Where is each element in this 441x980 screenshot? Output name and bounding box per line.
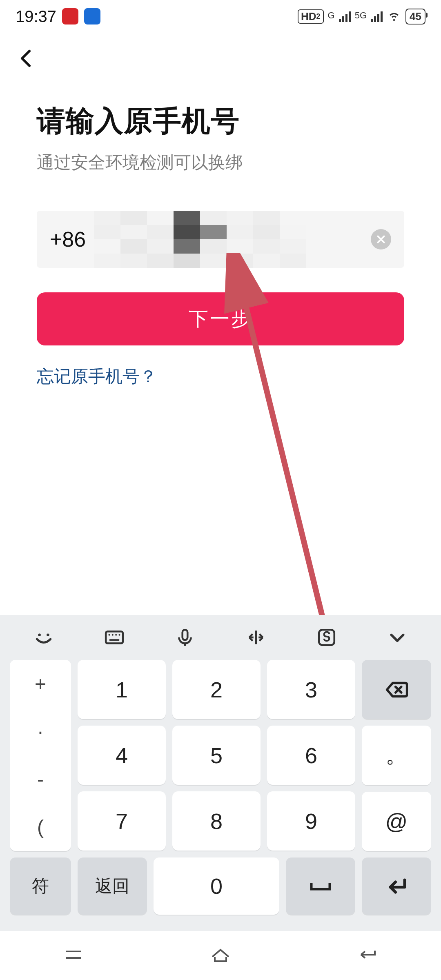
backspace-icon — [385, 678, 408, 701]
cursor-icon — [246, 627, 266, 648]
redacted-phone-pixelation — [94, 211, 306, 268]
enter-icon — [384, 874, 409, 898]
nav-bar — [0, 33, 441, 86]
battery-icon: 45 — [405, 9, 425, 24]
system-nav-bar — [0, 931, 441, 980]
key-6[interactable]: 6 — [267, 726, 355, 785]
svg-rect-10 — [183, 630, 188, 640]
network-g-label: G — [328, 10, 335, 21]
soft-keyboard: + · - ( 1 2 3 4 5 6 7 8 9 — [0, 615, 441, 980]
sys-nav-home[interactable] — [208, 947, 233, 964]
key-period[interactable]: 。 — [362, 726, 431, 785]
next-button[interactable]: 下一步 — [37, 292, 404, 345]
content: 请输入原手机号 通过安全环境检测可以换绑 +86 下一步 忘记原手机号？ — [0, 86, 441, 388]
sogou-button[interactable] — [314, 624, 340, 650]
microphone-icon — [175, 627, 195, 648]
sys-nav-recents[interactable] — [61, 947, 86, 964]
chevron-left-icon — [16, 49, 36, 68]
signal-bars-2 — [371, 11, 383, 22]
back-icon — [355, 947, 380, 963]
key-symbols[interactable]: 符 — [10, 858, 71, 915]
cursor-move-button[interactable] — [243, 624, 269, 650]
signal-bars-1 — [339, 11, 351, 22]
emoji-icon — [33, 627, 54, 648]
svg-rect-4 — [106, 631, 123, 643]
key-7[interactable]: 7 — [78, 791, 166, 851]
phone-number-field[interactable] — [94, 211, 371, 268]
page-subtitle: 通过安全环境检测可以换绑 — [37, 151, 404, 174]
voice-input-button[interactable] — [172, 624, 198, 650]
key-plus[interactable]: + — [10, 660, 71, 708]
key-9[interactable]: 9 — [267, 791, 355, 851]
key-minus[interactable]: - — [10, 755, 71, 803]
key-3[interactable]: 3 — [267, 660, 355, 719]
key-return[interactable]: 返回 — [78, 858, 147, 915]
key-1[interactable]: 1 — [78, 660, 166, 719]
back-button[interactable] — [16, 49, 36, 70]
key-space[interactable] — [286, 858, 355, 915]
key-lparen[interactable]: ( — [10, 803, 71, 851]
clear-input-button[interactable] — [371, 229, 391, 249]
emoji-button[interactable] — [31, 624, 57, 650]
menu-icon — [61, 947, 86, 963]
keyboard-grid: + · - ( 1 2 3 4 5 6 7 8 9 — [0, 660, 441, 931]
chevron-down-icon — [387, 627, 408, 648]
key-at[interactable]: @ — [362, 792, 431, 851]
home-icon — [208, 947, 233, 963]
close-icon — [376, 234, 386, 245]
status-bar-right: HD2 G 5G 45 — [298, 8, 425, 25]
forgot-phone-link[interactable]: 忘记原手机号？ — [37, 365, 404, 388]
hd-icon: HD2 — [298, 9, 324, 24]
key-4[interactable]: 4 — [78, 726, 166, 785]
symbol-side-column[interactable]: + · - ( — [10, 660, 71, 851]
status-app-icon-1 — [62, 8, 78, 24]
status-app-icon-2 — [84, 8, 100, 24]
collapse-keyboard-button[interactable] — [384, 624, 410, 650]
key-5[interactable]: 5 — [172, 726, 261, 785]
key-0[interactable]: 0 — [154, 858, 279, 915]
key-middot[interactable]: · — [10, 708, 71, 755]
keyboard-toolbar — [0, 615, 441, 660]
svg-point-2 — [38, 633, 41, 636]
key-2[interactable]: 2 — [172, 660, 261, 719]
keyboard-switch-button[interactable] — [101, 624, 127, 650]
keyboard-icon — [104, 627, 125, 648]
wifi-icon — [387, 8, 401, 25]
sys-nav-back[interactable] — [355, 947, 380, 964]
network-5g-label: 5G — [355, 10, 367, 21]
status-bar: 19:37 HD2 G 5G 45 — [0, 0, 441, 33]
status-time: 19:37 — [16, 7, 56, 26]
status-bar-left: 19:37 — [16, 7, 100, 26]
key-8[interactable]: 8 — [172, 791, 261, 851]
key-backspace[interactable] — [362, 660, 431, 719]
svg-point-3 — [47, 633, 49, 636]
sogou-icon — [316, 627, 337, 648]
country-code[interactable]: +86 — [50, 227, 86, 252]
key-enter[interactable] — [362, 858, 431, 915]
space-icon — [308, 880, 333, 892]
page-title: 请输入原手机号 — [37, 102, 404, 140]
phone-input[interactable]: +86 — [37, 211, 404, 268]
